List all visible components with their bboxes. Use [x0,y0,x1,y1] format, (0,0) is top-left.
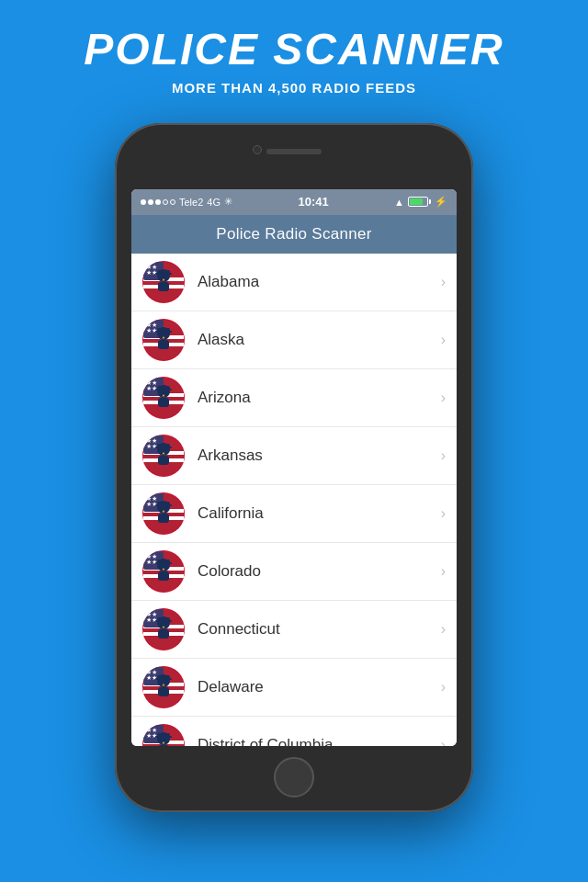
state-icon: ★★★ ★★ [142,666,185,708]
state-name: Alaska [198,331,434,349]
nav-bar: Police Radio Scanner [131,215,457,254]
state-icon: ★★★ ★★ [142,724,185,746]
app-title: POLICE SCANNER [84,26,503,74]
charging-icon: ⚡ [435,196,447,208]
svg-rect-34 [158,398,169,407]
network-label: 4G [207,197,220,208]
signal-dots [141,199,175,205]
chevron-right-icon: › [441,679,446,695]
status-right: ▲ ⚡ [394,196,447,208]
chevron-right-icon: › [441,621,446,638]
clock: 10:41 [298,195,328,209]
phone-speaker [266,149,322,154]
carrier-label: Tele2 [179,197,203,208]
state-name: California [198,504,434,523]
signal-dot-1 [141,199,146,205]
state-name: Alabama [198,273,434,291]
phone-screen: Tele2 4G ✳ 10:41 ▲ ⚡ [131,189,457,746]
chevron-right-icon: › [441,737,446,746]
state-name: Delaware [198,678,434,696]
svg-rect-32 [155,389,172,390]
state-name: Connecticut [198,620,434,639]
state-name: Colorado [198,562,434,581]
status-bar: Tele2 4G ✳ 10:41 ▲ ⚡ [131,189,457,215]
svg-text:★★: ★★ [146,495,157,502]
chevron-right-icon: › [441,447,446,464]
brightness-icon: ✳ [224,196,232,208]
svg-rect-92 [155,678,172,680]
battery-fill [410,198,423,205]
signal-dot-5 [170,199,175,205]
svg-rect-8 [155,273,172,275]
nav-title: Police Radio Scanner [216,225,371,243]
state-list[interactable]: ★★★ ★★ Alabama› ★★★ ★★ [131,254,457,746]
chevron-right-icon: › [441,274,446,290]
list-item[interactable]: ★★★ ★★ Arizona› [131,369,457,427]
chevron-right-icon: › [441,332,446,348]
svg-text:★★: ★★ [146,611,157,617]
svg-rect-46 [158,456,169,465]
svg-rect-22 [158,340,169,349]
state-name: District of Columbia [198,736,434,746]
state-icon: ★★★ ★★ [142,319,185,361]
header-section: POLICE SCANNER MORE THAN 4,500 RADIO FEE… [0,0,588,114]
svg-rect-68 [155,562,172,564]
list-item[interactable]: ★★★ ★★ Arkansas› [131,427,457,485]
svg-rect-80 [155,620,172,622]
list-item[interactable]: ★★★ ★★ Delaware› [131,659,457,717]
svg-rect-82 [158,629,169,639]
state-name: Arizona [198,389,434,407]
battery-body [408,197,428,207]
svg-text:★★: ★★ [146,437,157,444]
chevron-right-icon: › [441,563,446,580]
chevron-right-icon: › [441,390,446,406]
svg-text:★★: ★★ [146,322,157,328]
phone-wrapper: Tele2 4G ✳ 10:41 ▲ ⚡ [115,123,473,812]
state-icon: ★★★ ★★ [142,492,185,535]
svg-rect-58 [158,514,169,523]
svg-rect-94 [158,687,169,696]
svg-text:★★: ★★ [146,669,157,675]
app-subtitle: MORE THAN 4,500 RADIO FEEDS [172,80,416,96]
svg-rect-20 [155,331,172,333]
status-left: Tele2 4G ✳ [141,196,232,208]
list-item[interactable]: ★★★ ★★ California› [131,485,457,543]
state-name: Arkansas [198,447,434,465]
state-icon: ★★★ ★★ [142,608,185,650]
state-icon: ★★★ ★★ [142,261,185,303]
svg-rect-56 [155,504,172,506]
list-item[interactable]: ★★★ ★★ District of Columbia› [131,717,457,746]
list-item[interactable]: ★★★ ★★ Connecticut› [131,601,457,659]
svg-rect-10 [158,282,169,291]
svg-rect-70 [158,571,169,581]
svg-rect-104 [155,736,172,738]
phone-frame: Tele2 4G ✳ 10:41 ▲ ⚡ [115,123,473,812]
state-icon: ★★★ ★★ [142,377,185,419]
battery-tip [429,199,431,204]
state-icon: ★★★ ★★ [142,435,185,477]
svg-text:★★: ★★ [146,264,157,270]
signal-dot-4 [163,199,168,205]
chevron-right-icon: › [441,505,446,522]
list-item[interactable]: ★★★ ★★ Colorado› [131,543,457,601]
svg-text:★★: ★★ [146,727,157,733]
list-item[interactable]: ★★★ ★★ Alaska› [131,311,457,369]
state-icon: ★★★ ★★ [142,550,185,593]
signal-dot-3 [155,199,161,205]
svg-text:★★: ★★ [146,553,157,560]
home-button[interactable] [274,757,314,797]
signal-dot-2 [148,199,153,205]
battery-icon [408,197,431,207]
svg-rect-44 [155,447,172,448]
phone-camera [253,145,262,154]
list-item[interactable]: ★★★ ★★ Alabama› [131,254,457,311]
location-icon: ▲ [394,197,404,208]
svg-text:★★: ★★ [146,379,157,386]
